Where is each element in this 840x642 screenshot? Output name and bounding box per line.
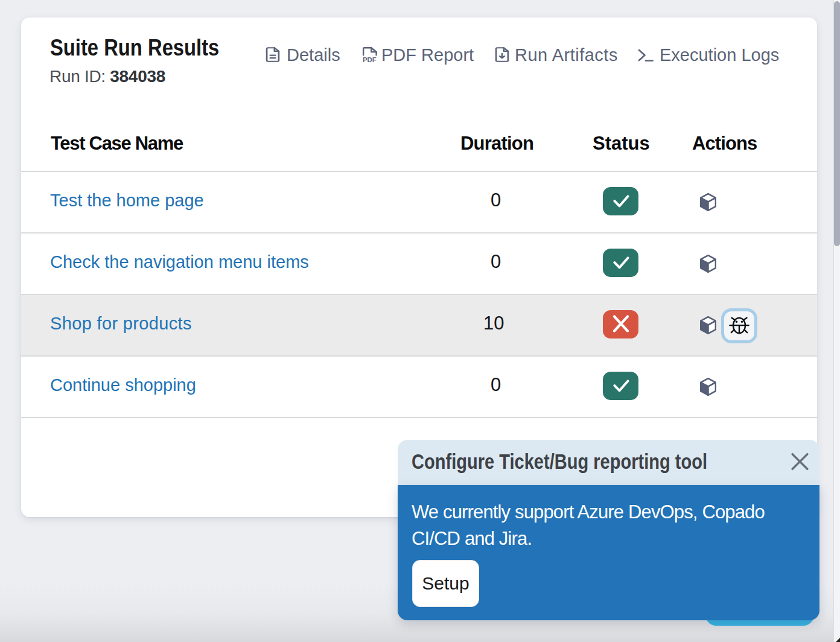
svg-text:PDF: PDF (363, 56, 377, 63)
